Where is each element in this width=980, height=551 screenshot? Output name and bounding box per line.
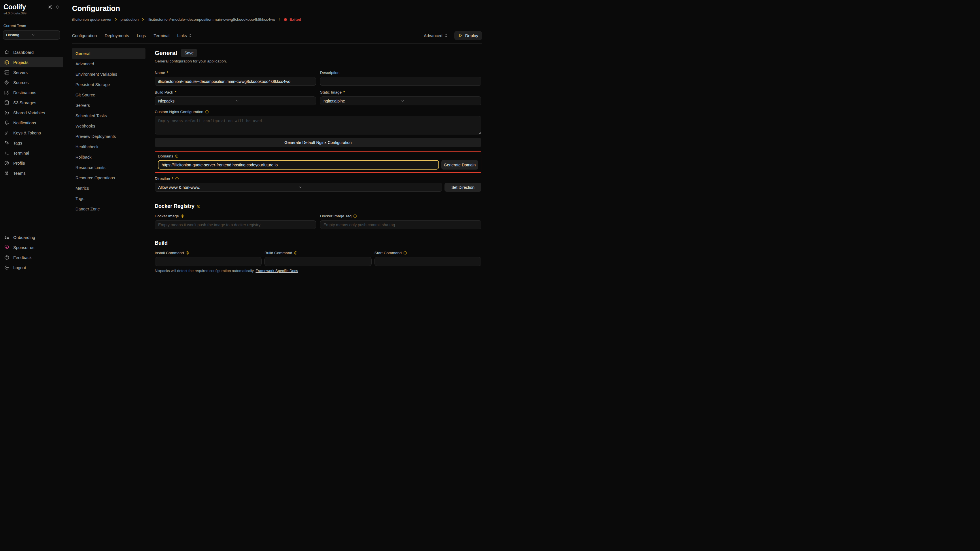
subnav-preview-deployments[interactable]: Preview Deployments xyxy=(72,131,145,141)
build-pack-select[interactable]: Nixpacks xyxy=(155,97,316,105)
build-command-input[interactable] xyxy=(264,257,371,266)
domains-label: Domains xyxy=(158,154,173,158)
sidebar-item-teams[interactable]: Teams xyxy=(0,168,63,178)
set-direction-button[interactable]: Set Direction xyxy=(444,183,481,192)
sidebar-item-notifications[interactable]: Notifications xyxy=(0,118,63,128)
sidebar-item-dashboard[interactable]: Dashboard xyxy=(0,47,63,57)
sidebar-item-tags[interactable]: Tags xyxy=(0,138,63,148)
sidebar-item-s3-storages[interactable]: S3 Storages xyxy=(0,98,63,108)
subnav-scheduled-tasks[interactable]: Scheduled Tasks xyxy=(72,111,145,121)
sidebar-item-sponsor[interactable]: Sponsor us xyxy=(0,242,63,252)
tab-links[interactable]: Links xyxy=(177,33,192,38)
tab-deployments[interactable]: Deployments xyxy=(105,33,129,38)
subnav-servers[interactable]: Servers xyxy=(72,100,145,111)
static-image-select[interactable]: nginx:alpine xyxy=(320,97,481,105)
breadcrumb-project[interactable]: illicitonion quote server xyxy=(72,17,111,22)
info-icon xyxy=(175,154,178,158)
user-circle-icon xyxy=(4,160,9,165)
subnav-environment-variables[interactable]: Environment Variables xyxy=(72,69,145,79)
sidebar-item-projects[interactable]: Projects xyxy=(0,57,63,67)
heart-icon xyxy=(4,245,9,250)
breadcrumb-environment[interactable]: production xyxy=(121,17,138,22)
sidebar-menu: Dashboard Projects Servers Sources Desti… xyxy=(0,47,63,178)
server-icon xyxy=(4,70,9,75)
save-button[interactable]: Save xyxy=(181,49,197,57)
config-subnav: General Advanced Environment Variables P… xyxy=(72,48,145,275)
info-icon xyxy=(205,110,209,114)
sidebar-item-onboarding[interactable]: Onboarding xyxy=(0,232,63,242)
generate-domain-button[interactable]: Generate Domain xyxy=(441,160,478,170)
subnav-webhooks[interactable]: Webhooks xyxy=(72,121,145,131)
description-input[interactable] xyxy=(320,77,481,86)
subnav-git-source[interactable]: Git Source xyxy=(72,90,145,100)
sidebar-item-terminal[interactable]: Terminal xyxy=(0,148,63,158)
app-version: v4.0.0-beta.399 xyxy=(0,11,63,15)
subnav-resource-limits[interactable]: Resource Limits xyxy=(72,162,145,173)
docker-image-label: Docker Image xyxy=(155,214,179,218)
subnav-persistent-storage[interactable]: Persistent Storage xyxy=(72,79,145,90)
subnav-advanced[interactable]: Advanced xyxy=(72,59,145,69)
chevron-down-icon xyxy=(298,186,439,189)
tab-logs[interactable]: Logs xyxy=(137,33,146,38)
subnav-rollback[interactable]: Rollback xyxy=(72,152,145,162)
direction-select[interactable]: Allow www & non-www. xyxy=(155,183,442,192)
team-select[interactable]: Hosting xyxy=(3,30,60,40)
build-section-title: Build xyxy=(155,240,168,246)
advanced-dropdown[interactable]: Advanced xyxy=(424,33,448,38)
tabbar-divider xyxy=(72,43,482,44)
info-icon xyxy=(197,205,200,208)
sidebar-item-shared-variables[interactable]: Shared Variables xyxy=(0,108,63,118)
sidebar-item-profile[interactable]: Profile xyxy=(0,158,63,168)
install-command-label: Install Command xyxy=(155,251,184,255)
description-label: Description xyxy=(320,70,340,75)
sidebar-item-keys-tokens[interactable]: Keys & Tokens xyxy=(0,128,63,138)
breadcrumb: illicitonion quote server production ill… xyxy=(72,17,490,22)
coolify-app: Coolify v4.0.0-beta.399 Current Team Hos… xyxy=(0,0,490,275)
logo-row: Coolify xyxy=(0,3,63,11)
name-input[interactable] xyxy=(155,77,316,86)
subnav-metrics[interactable]: Metrics xyxy=(72,183,145,194)
home-icon xyxy=(4,50,9,55)
breadcrumb-resource[interactable]: illicitestonion/-module--decomposition:m… xyxy=(148,17,275,22)
layers-icon xyxy=(4,60,9,65)
chevrons-up-down-icon xyxy=(188,34,192,37)
docker-image-tag-input[interactable] xyxy=(320,220,481,229)
chevron-right-icon xyxy=(114,17,118,21)
domains-highlight-box: Domains Generate Domain xyxy=(155,151,481,173)
domains-input[interactable] xyxy=(158,160,439,170)
install-command-input[interactable] xyxy=(155,257,262,266)
subnav-general[interactable]: General xyxy=(72,48,145,59)
general-form: General Save General configuration for y… xyxy=(155,48,481,275)
docker-image-input[interactable] xyxy=(155,220,316,229)
docker-image-tag-label: Docker Image Tag xyxy=(320,214,352,218)
subnav-danger-zone[interactable]: Danger Zone xyxy=(72,204,145,214)
tab-terminal[interactable]: Terminal xyxy=(154,33,169,38)
custom-nginx-textarea[interactable] xyxy=(155,116,481,135)
framework-docs-link[interactable]: Framework Specific Docs xyxy=(256,268,298,273)
sidebar-item-logout[interactable]: Logout xyxy=(0,262,63,273)
theme-unfold-icon[interactable] xyxy=(56,5,59,9)
status-dot-icon xyxy=(284,18,287,21)
build-pack-label: Build Pack xyxy=(155,90,173,94)
subnav-resource-operations[interactable]: Resource Operations xyxy=(72,173,145,183)
sidebar-item-feedback[interactable]: Feedback xyxy=(0,252,63,262)
direction-label: Direction xyxy=(155,176,170,181)
info-icon xyxy=(175,177,179,181)
start-command-input[interactable] xyxy=(374,257,481,266)
start-command-label: Start Command xyxy=(374,251,402,255)
generate-nginx-button[interactable]: Generate Default Nginx Configuration xyxy=(155,138,481,147)
play-icon xyxy=(458,33,463,38)
subnav-tags[interactable]: Tags xyxy=(72,194,145,204)
sidebar-item-destinations[interactable]: Destinations xyxy=(0,87,63,98)
info-icon xyxy=(186,251,189,255)
deploy-button[interactable]: Deploy xyxy=(454,31,482,40)
static-image-label: Static Image xyxy=(320,90,342,94)
theme-sun-icon[interactable] xyxy=(48,5,53,10)
sidebar-item-servers[interactable]: Servers xyxy=(0,67,63,78)
help-circle-icon xyxy=(4,255,9,260)
sidebar-item-sources[interactable]: Sources xyxy=(0,78,63,87)
info-icon xyxy=(294,251,298,255)
logout-icon xyxy=(4,265,9,270)
subnav-healthcheck[interactable]: Healthcheck xyxy=(72,141,145,152)
tab-configuration[interactable]: Configuration xyxy=(72,33,97,38)
